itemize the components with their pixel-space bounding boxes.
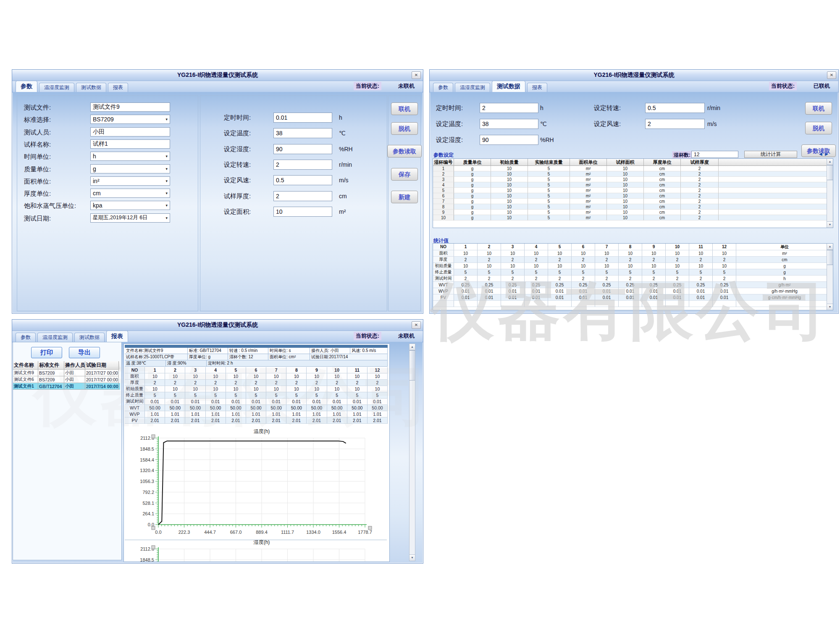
setting-value: 2 [276,161,279,168]
tab-报表[interactable]: 报表 [108,83,128,92]
file-row[interactable]: 测试文件9BS7209小田2017/7/27 00:00 [13,370,120,376]
select-field[interactable]: 星期五,2019年12月 6日▾ [90,213,170,223]
scroll-up-icon[interactable]: ▲ [827,159,833,165]
unit-label: r/min [707,105,720,111]
setting-input[interactable]: 2 [645,119,705,129]
scroll-down-icon[interactable]: ▼ [410,554,415,561]
report-panel: 文件名称:测试文件9标准: GB/T12704转速 : 0.5 r/min时间单… [123,344,390,562]
scroll-up-icon[interactable]: ▲ [410,344,415,350]
select-field[interactable]: g▾ [90,164,170,173]
新建-button[interactable]: 新建 [391,191,418,203]
close-icon[interactable]: ✕ [412,321,421,329]
grid-row: 9g105m²10cm2 [433,210,833,215]
field-label: 时间单位: [24,153,51,161]
stats-row: 厚度222222222222cm [433,257,833,263]
grid-row: 7g105m²10cm2 [433,199,833,204]
field-value: kpa [93,202,102,209]
setting-input[interactable]: 38 [273,128,332,138]
unit-label: m/s [707,121,717,127]
tab-参数[interactable]: 参数 [16,81,37,92]
chevron-down-icon: ▾ [165,216,168,220]
setting-input[interactable]: 0.01 [273,113,332,123]
setting-input[interactable]: 90 [273,144,332,154]
tab-报表[interactable]: 报表 [106,331,128,342]
window-parameters: YG216-I织物透湿量仪测试系统 ✕ 当前状态: 未联机 参数温湿度监测测试数… [12,69,423,314]
setting-input[interactable]: 0.5 [273,175,332,185]
titlebar[interactable]: YG216-I织物透湿量仪测试系统 ✕ [12,320,423,331]
grid-row: 2g105m²10cm2 [433,171,833,177]
tab-温湿度监测[interactable]: 温湿度监测 [39,83,74,92]
field-label: 测试人员: [24,129,51,136]
select-field[interactable]: cm▾ [90,189,170,198]
basic-params-panel: 测试文件:测试文件9标准选择:BS7209▾测试人员:小田试样名称:试样1时间单… [17,95,198,311]
tab-测试数据[interactable]: 测试数据 [74,333,105,342]
unit-label: %RH [339,146,353,152]
tab-温湿度监测[interactable]: 温湿度监测 [455,83,490,92]
tab-测试数据[interactable]: 测试数据 [492,81,525,92]
setting-label: 设定风速: [594,120,621,128]
scroll-thumb[interactable] [827,165,833,180]
grid-scrollbar[interactable]: ▲ ▼ [827,159,833,228]
print-button[interactable]: 打印 [31,347,62,358]
scroll-down-icon[interactable]: ▼ [827,221,833,228]
svg-text:1848.5: 1848.5 [140,557,154,562]
scroll-up-icon[interactable]: ▲ [827,244,833,250]
setting-label: 设定风速: [224,176,251,184]
cup-count-input[interactable]: 12 [691,151,738,158]
nav-forward-icon[interactable]: ▶ [825,152,828,156]
chart-svg: 0.0264.1528.1792.21056.31320.41584.41848… [125,427,387,540]
stats-scrollbar[interactable]: ▲ ▼ [827,244,833,310]
grid-header-row: 湿杯编号质量单位初始质量实验结束质量面积单位试样面积厚度单位试样厚度 [433,159,833,166]
脱机-button[interactable]: 脱机 [391,122,418,135]
scroll-thumb[interactable] [410,350,415,381]
联机-button[interactable]: 联机 [391,102,418,115]
保存-button[interactable]: 保存 [391,168,418,181]
file-row[interactable]: 测试文件1GB/T12704小田2017/7/14 00:00 [13,383,120,390]
tab-温湿度监测[interactable]: 温湿度监测 [37,333,73,342]
report-info-row: 温 度:38℃湿 度:90%定时时间: 2 h [125,360,388,367]
field-value: 小田 [93,128,105,136]
svg-text:1556.4: 1556.4 [332,530,346,535]
select-field[interactable]: BS7209▾ [90,115,170,124]
status-value: 未联机 [393,332,420,340]
window-body: 测试文件:测试文件9标准选择:BS7209▾测试人员:小田试样名称:试样1时间单… [13,92,423,313]
参数读取-button[interactable]: 参数读取 [387,145,422,158]
tab-测试数据[interactable]: 测试数据 [76,83,106,92]
select-field[interactable]: in²▾ [90,176,170,186]
titlebar[interactable]: YG216-I织物透湿量仪测试系统 ✕ [430,70,838,81]
scroll-down-icon[interactable]: ▼ [827,304,833,310]
report-table-header: NO123456789101112 [125,367,388,373]
select-field[interactable]: kpa▾ [90,201,170,210]
svg-text:222.3: 222.3 [178,530,190,535]
tab-参数[interactable]: 参数 [16,333,36,342]
setting-input[interactable]: 2 [273,160,332,170]
tab-报表[interactable]: 报表 [527,83,547,92]
stats-header-row: NO123456789101112单位 [433,244,833,250]
脱机-button[interactable]: 脱机 [805,122,832,134]
text-field[interactable]: 试样1 [90,139,170,149]
setting-input[interactable]: 2 [273,191,332,201]
file-row[interactable]: 测试文件6BS7209小田2017/7/27 00:00 [13,376,120,383]
联机-button[interactable]: 联机 [805,102,832,115]
field-label: 厚度单位: [24,190,51,198]
export-button[interactable]: 导出 [69,347,100,358]
select-field[interactable]: h▾ [90,152,170,161]
text-field[interactable]: 小田 [90,127,170,136]
close-icon[interactable]: ✕ [827,71,836,79]
cup-count-value: 12 [694,152,699,158]
close-icon[interactable]: ✕ [412,71,421,79]
setting-input[interactable]: 10 [273,207,332,217]
text-field[interactable]: 测试文件9 [90,102,170,112]
setting-label: 设定转速: [224,161,251,169]
tab-参数[interactable]: 参数 [433,83,453,92]
report-table-row: WVP1.011.011.011.011.011.011.011.011.011… [125,411,388,417]
titlebar[interactable]: YG216-I织物透湿量仪测试系统 ✕ [12,70,423,81]
report-data-table: NO123456789101112面积101010101010101010101… [125,367,388,424]
scroll-thumb[interactable] [827,250,833,265]
status-badge: 当前状态: 未联机 [354,332,420,340]
stats-calc-button[interactable]: 统计计算 [744,151,797,158]
nav-back-icon[interactable]: ◀ [819,152,822,156]
status-label: 当前状态: [354,82,381,90]
report-scrollbar[interactable]: ▲ ▼ [409,344,415,561]
setting-input[interactable]: 0.5 [645,103,705,113]
